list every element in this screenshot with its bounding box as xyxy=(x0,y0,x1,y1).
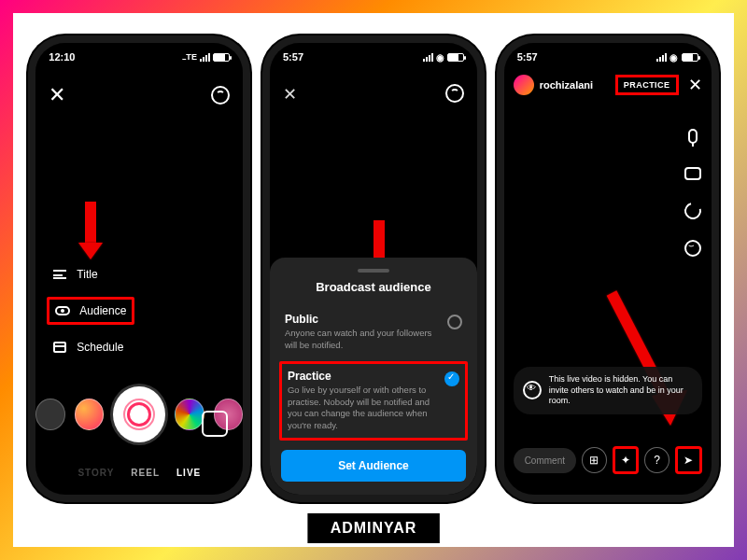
clock: 12:10 xyxy=(49,51,75,63)
screen-content: ✕ Broadcast audience Public Anyone can w… xyxy=(270,43,477,495)
go-live-button[interactable] xyxy=(113,386,165,442)
share-icon[interactable]: ➤ xyxy=(675,446,702,474)
annotation-arrow xyxy=(78,202,103,259)
question-icon[interactable]: ? xyxy=(644,447,669,473)
filter-1[interactable] xyxy=(35,399,65,430)
public-desc: Anyone can watch and your followers will… xyxy=(285,328,438,352)
add-guest-icon[interactable]: ⊞ xyxy=(582,447,607,473)
signal-icon xyxy=(423,53,433,62)
visibility-icon xyxy=(523,381,542,399)
settings-icon[interactable] xyxy=(211,86,230,105)
notch xyxy=(327,43,420,63)
radio-unchecked-icon xyxy=(447,315,462,329)
radio-checked-icon xyxy=(444,371,459,386)
settings-icon[interactable] xyxy=(445,84,464,103)
wifi-icon: ◉ xyxy=(669,52,678,63)
broadcast-audience-sheet: Broadcast audience Public Anyone can wat… xyxy=(270,258,477,495)
battery-icon xyxy=(682,53,698,62)
tab-reel[interactable]: REEL xyxy=(131,468,160,478)
practice-desc: Go live by yourself or with others to pr… xyxy=(288,385,435,432)
filter-2[interactable] xyxy=(75,399,105,430)
hidden-video-notice: This live video is hidden. You can invit… xyxy=(514,367,702,414)
clock: 5:57 xyxy=(283,51,303,63)
close-icon[interactable]: ✕ xyxy=(688,75,702,95)
flip-camera-icon[interactable] xyxy=(684,202,702,220)
schedule-label: Schedule xyxy=(77,341,123,354)
status-right: ◉ xyxy=(423,52,464,63)
title-icon xyxy=(52,267,67,282)
title-label: Title xyxy=(77,268,97,281)
comment-input[interactable]: Comment xyxy=(514,448,576,473)
notch xyxy=(561,43,655,63)
close-icon[interactable]: ✕ xyxy=(49,83,65,107)
title-option[interactable]: Title xyxy=(47,263,134,286)
signal-icon xyxy=(200,53,210,62)
phone-2: 5:57 ◉ ✕ Broadcast audience xyxy=(262,35,485,502)
camera-mode-tabs: STORY REEL LIVE xyxy=(35,468,243,478)
status-right: LTE xyxy=(181,52,230,62)
calendar-icon xyxy=(52,340,67,355)
screen-content: rochizalani PRACTICE ✕ This live video xyxy=(504,43,712,495)
invite-icon[interactable]: ✦ xyxy=(613,446,640,474)
gallery-button[interactable] xyxy=(202,411,228,437)
notch xyxy=(92,43,186,63)
option-practice[interactable]: Practice Go live by yourself or with oth… xyxy=(279,361,468,441)
sheet-handle[interactable] xyxy=(358,269,389,273)
wifi-icon: ◉ xyxy=(436,52,444,63)
signal-icon xyxy=(656,53,667,62)
notice-text: This live video is hidden. You can invit… xyxy=(549,374,693,407)
microphone-icon[interactable] xyxy=(684,127,702,146)
watermark: ADMINYAR xyxy=(308,513,440,543)
avatar[interactable] xyxy=(514,75,534,95)
live-bottom-bar: Comment ⊞ ✦ ? ➤ xyxy=(514,446,702,474)
tutorial-stage: 12:10 LTE ✕ Title xyxy=(13,13,734,547)
practice-badge: PRACTICE xyxy=(615,75,679,95)
clock: 5:57 xyxy=(517,51,538,63)
username[interactable]: rochizalani xyxy=(540,79,610,91)
live-options-menu: Title Audience Schedule xyxy=(47,263,134,358)
public-label: Public xyxy=(285,313,438,326)
screen-content: ✕ Title Audience Schedule xyxy=(35,43,243,495)
tab-live[interactable]: LIVE xyxy=(176,468,201,478)
close-icon[interactable]: ✕ xyxy=(283,84,297,105)
phone-3: 5:57 ◉ rochizalani PRACTICE ✕ xyxy=(497,35,719,502)
live-side-toolbar xyxy=(684,127,702,258)
live-header: rochizalani PRACTICE ✕ xyxy=(504,75,712,95)
set-audience-button[interactable]: Set Audience xyxy=(281,450,466,482)
filter-3[interactable] xyxy=(175,399,204,430)
status-right: ◉ xyxy=(656,52,698,63)
sheet-title: Broadcast audience xyxy=(281,280,466,294)
effects-icon[interactable] xyxy=(684,239,702,258)
audience-option[interactable]: Audience xyxy=(47,297,134,325)
battery-icon xyxy=(213,53,230,62)
camera-icon[interactable] xyxy=(684,164,702,183)
practice-label: Practice xyxy=(288,370,435,383)
schedule-option[interactable]: Schedule xyxy=(47,336,134,358)
battery-icon xyxy=(447,53,464,62)
phone-1: 12:10 LTE ✕ Title xyxy=(28,35,250,502)
option-public[interactable]: Public Anyone can watch and your followe… xyxy=(281,305,466,359)
audience-label: Audience xyxy=(79,304,126,317)
eye-icon xyxy=(55,303,70,318)
tab-story[interactable]: STORY xyxy=(78,468,114,478)
top-bar: ✕ xyxy=(35,75,243,116)
